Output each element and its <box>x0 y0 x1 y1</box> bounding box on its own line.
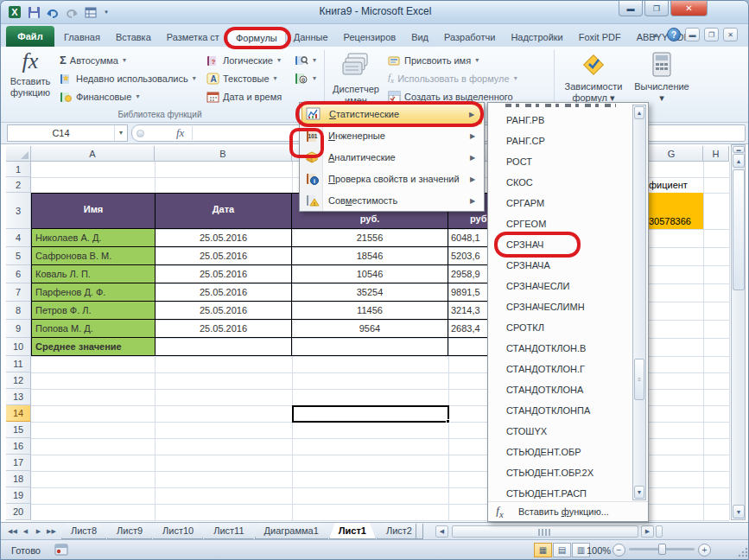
menu-item-Совместимость[interactable]: !Совместимость▶ <box>302 190 482 211</box>
workbook-restore-button[interactable]: ❐ <box>704 28 719 41</box>
vscroll-split-handle[interactable]: ▬ <box>733 146 745 153</box>
table-row-salary[interactable]: 10546 <box>292 265 448 283</box>
tab-Главная[interactable]: Главная <box>56 28 108 47</box>
row-header-3[interactable]: 3 <box>6 193 31 229</box>
tab-Рецензиров[interactable]: Рецензиров <box>336 28 404 47</box>
submenu-item-СРГАРМ[interactable]: СРГАРМ <box>488 193 632 213</box>
logical-button[interactable]: ? Логические▾ <box>206 52 281 68</box>
tab-Данные[interactable]: Данные <box>286 28 336 47</box>
submenu-item-СКОС[interactable]: СКОС <box>488 172 632 193</box>
row-header-4[interactable]: 4 <box>6 229 31 247</box>
partial-sheet-tab[interactable] <box>416 524 423 539</box>
column-header-H[interactable]: H <box>703 146 729 162</box>
submenu-scrollbar[interactable]: ▲ ≡ ▼ <box>632 105 646 500</box>
submenu-item-СТЬЮДЕНТ.ОБР[interactable]: СТЬЮДЕНТ.ОБР <box>488 442 632 462</box>
menu-item-Аналитические[interactable]: Аналитические▶ <box>302 147 482 168</box>
submenu-item-РАНГ.РВ[interactable]: РАНГ.РВ <box>488 110 632 130</box>
table-row-salary[interactable]: 18546 <box>292 247 448 265</box>
row-header-5[interactable]: 5 <box>6 247 31 265</box>
table-row-salary[interactable]: 35254 <box>292 283 448 302</box>
coefficient-label-cell[interactable]: фициент <box>649 177 703 193</box>
column-header-G[interactable]: G <box>640 146 703 162</box>
zoom-in-icon[interactable]: + <box>698 544 711 557</box>
autosum-button[interactable]: Σ Автосумма▾ <box>60 52 126 68</box>
row-header-12[interactable]: 12 <box>6 372 31 389</box>
table-header-date[interactable]: Дата <box>156 193 292 229</box>
submenu-item-РОСТ[interactable]: РОСТ <box>488 151 632 172</box>
submenu-scroll-thumb[interactable]: ≡ <box>634 359 644 400</box>
row-header-20[interactable]: 20 <box>6 504 31 520</box>
coefficient-value-cell[interactable]: 30578366 <box>649 193 703 229</box>
tab-Вид[interactable]: Вид <box>403 28 436 47</box>
math-trig-button[interactable]: θ ▾ <box>295 70 316 86</box>
submenu-item-СРЗНАЧА[interactable]: СРЗНАЧА <box>488 255 632 276</box>
menu-item-Статистические[interactable]: Статистические▶ <box>302 104 482 124</box>
minimize-button[interactable]: ▬ <box>619 1 643 16</box>
macro-record-icon[interactable] <box>54 543 69 558</box>
row-header-14[interactable]: 14 <box>6 405 31 422</box>
fill-handle[interactable] <box>446 419 450 423</box>
submenu-item-СРЗНАЧЕСЛИ[interactable]: СРЗНАЧЕСЛИ <box>488 276 632 296</box>
text-functions-button[interactable]: A Текстовые▾ <box>206 70 277 86</box>
submenu-scroll-up-icon[interactable]: ▲ <box>634 106 644 119</box>
recently-used-button[interactable]: Недавно использовались▾ <box>60 70 196 86</box>
table-header-name[interactable]: Имя <box>31 193 156 229</box>
menu-item-Инженерные[interactable]: 101Инженерные▶ <box>302 125 482 146</box>
use-in-formula-button[interactable]: fx Использовать в формуле▾ <box>388 70 517 86</box>
row-header-19[interactable]: 19 <box>6 487 31 504</box>
submenu-item-РАНГ.СР[interactable]: РАНГ.СР <box>488 130 632 151</box>
row-header-15[interactable]: 15 <box>6 422 31 438</box>
submenu-item-СТАНДОТКЛОНА[interactable]: СТАНДОТКЛОНА <box>488 379 632 400</box>
insert-function-menu-item[interactable]: fx Вставить функцию... <box>488 501 648 521</box>
vscroll-up-icon[interactable]: ▲ <box>733 154 745 168</box>
row-header-16[interactable]: 16 <box>6 438 31 455</box>
resize-grip[interactable] <box>737 546 748 559</box>
financial-button[interactable]: Финансовые▾ <box>60 88 139 105</box>
tabbar-scroll-left-icon[interactable]: ◀ <box>435 525 448 538</box>
submenu-item-СТОШYX[interactable]: СТОШYX <box>488 421 632 442</box>
row-header-7[interactable]: 7 <box>6 283 31 302</box>
row-header-18[interactable]: 18 <box>6 471 31 487</box>
sheet-tab-Лист11[interactable]: Лист11 <box>204 523 253 539</box>
lookup-reference-button[interactable]: ▾ <box>295 52 316 68</box>
row-header-6[interactable]: 6 <box>6 265 31 283</box>
row-header-11[interactable]: 11 <box>6 356 31 372</box>
zoom-slider-thumb[interactable] <box>658 544 666 555</box>
table-row-salary[interactable]: 21556 <box>292 229 448 247</box>
help-icon[interactable]: ? <box>667 28 681 41</box>
row-header-2[interactable]: 2 <box>6 177 31 193</box>
insert-function-fx-icon[interactable]: fx <box>168 126 193 140</box>
tab-Разметка ст[interactable]: Разметка ст <box>159 28 227 47</box>
submenu-item-СТЬЮДЕНТ.ОБР.2X[interactable]: СТЬЮДЕНТ.ОБР.2X <box>488 462 632 483</box>
last-sheet-icon[interactable]: ▶▶ <box>45 525 58 538</box>
date-time-button[interactable]: Дата и время <box>206 88 282 105</box>
vscroll-down-icon[interactable]: ▼ <box>733 505 745 519</box>
submenu-scroll-down-icon[interactable]: ▼ <box>634 486 644 499</box>
formula-bar-handle[interactable] <box>136 130 144 137</box>
table-row-date[interactable]: 25.05.2016 <box>156 247 292 265</box>
name-box-dropdown-icon[interactable]: ▾ <box>114 125 127 141</box>
table-footer-label[interactable]: Среднее значение <box>31 338 156 356</box>
table-row-name[interactable]: Парфенов Д. Ф. <box>31 283 156 302</box>
horizontal-scrollbar-thumb[interactable] <box>452 525 638 538</box>
tab-Foxit PDF[interactable]: Foxit PDF <box>571 28 629 47</box>
view-normal-button[interactable]: ▦ <box>534 543 552 557</box>
zoom-slider-track[interactable] <box>629 548 695 550</box>
restore-button[interactable]: ❐ <box>644 1 669 16</box>
tab-Вставка[interactable]: Вставка <box>108 28 159 47</box>
hscroll-right-icon[interactable]: ▶ <box>641 525 654 538</box>
submenu-item-СТАНДОТКЛОНПА[interactable]: СТАНДОТКЛОНПА <box>488 400 632 421</box>
next-sheet-icon[interactable]: ▶ <box>32 525 45 538</box>
sheet-tab-Лист9[interactable]: Лист9 <box>107 523 152 539</box>
table-row-salary[interactable]: 11456 <box>292 302 448 320</box>
row-header-17[interactable]: 17 <box>6 455 31 471</box>
workbook-close-button[interactable]: ✕ <box>723 28 738 41</box>
table-row-date[interactable]: 25.05.2016 <box>156 229 292 247</box>
submenu-item-СРГЕОМ[interactable]: СРГЕОМ <box>488 213 632 234</box>
table-row-name[interactable]: Попова М. Д. <box>31 320 156 338</box>
table-footer-empty[interactable] <box>292 338 448 356</box>
vertical-scrollbar[interactable]: ▬ ▲ ▼ <box>731 144 746 520</box>
row-header-9[interactable]: 9 <box>6 320 31 338</box>
table-row-date[interactable]: 25.05.2016 <box>156 302 292 320</box>
view-page-layout-button[interactable]: ▤ <box>553 543 571 557</box>
